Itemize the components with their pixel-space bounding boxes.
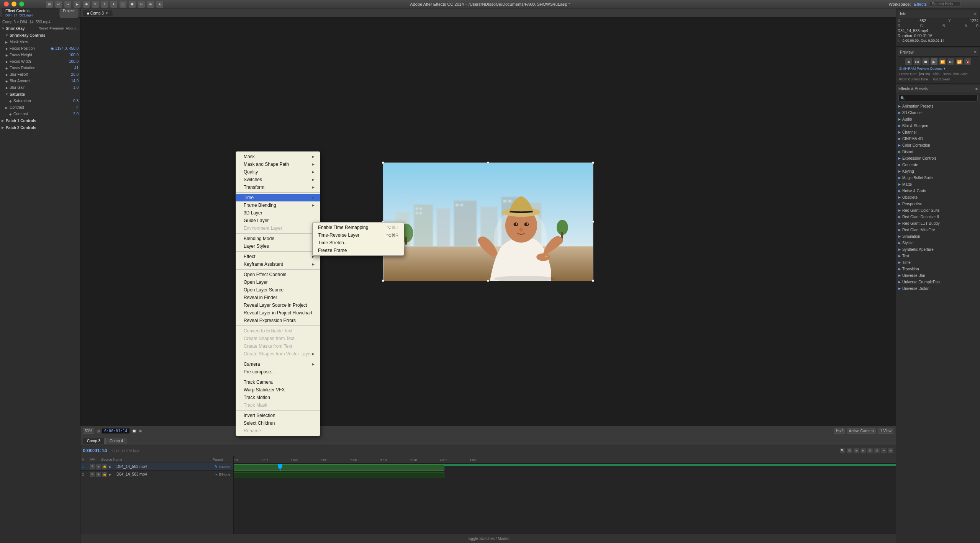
preview-loop[interactable]: 🔁 [956, 58, 963, 65]
ctx-item-track-camera[interactable]: Track Camera [236, 378, 320, 386]
ep-category-universe-blur[interactable]: ▶ Universe Blur [896, 272, 980, 279]
submenu-item-time-reverse-layer[interactable]: Time-Reverse Layer⌥⌘R [313, 231, 404, 239]
shrinkray-controls[interactable]: ▼ ShrinkRay Controls [0, 32, 80, 39]
ctx-item-reveal-expression-errors[interactable]: Reveal Expression Errors [236, 317, 320, 324]
tl-tool4[interactable]: ▶ [860, 448, 866, 453]
blur-gain-row[interactable]: ◆ Blur Gain 1.0 [0, 84, 80, 91]
blur-amount-row[interactable]: ◆ Blur Amount 14.0 [0, 78, 80, 84]
ep-category-matte[interactable]: ▶ Matte [896, 181, 980, 188]
toolbar-icon[interactable]: ✎ [92, 1, 99, 8]
tab-project[interactable]: Project [60, 8, 78, 18]
ep-category-generate[interactable]: ▶ Generate [896, 162, 980, 168]
preview-expand-icon[interactable]: ≡ [974, 50, 976, 54]
preview-play[interactable]: ▶ [931, 58, 937, 65]
ctx-item-open-layer-source[interactable]: Open Layer Source [236, 286, 320, 294]
toolbar-icon[interactable]: ⬡ [120, 1, 126, 8]
handle-t[interactable] [487, 162, 489, 164]
comp-ctrl-snap[interactable]: 🔲 [132, 429, 136, 433]
layer-mode-2[interactable]: None [222, 473, 230, 476]
ep-category-red-giant-lut-buddy[interactable]: ▶ Red Giant LUT Buddy [896, 220, 980, 227]
ep-category-3d-channel[interactable]: ▶ 3D Channel [896, 110, 980, 116]
submenu-item-freeze-frame[interactable]: Freeze Frame [313, 247, 404, 254]
saturate-group[interactable]: ▼ Saturate [0, 91, 80, 98]
layer-switch-2[interactable]: ⊞ [219, 473, 222, 476]
tl-tool8[interactable]: ◈ [888, 448, 893, 453]
toolbar-icon[interactable]: ⊞ [46, 1, 53, 8]
focus-position-row[interactable]: ◆ Focus Position ◉ 1194.0, 450.0 [0, 45, 80, 52]
premium-btn[interactable]: Premium [49, 26, 64, 30]
handle-br[interactable] [592, 280, 594, 282]
ctx-item-reveal-layer-in-project-flowchart[interactable]: Reveal Layer in Project Flowchart [236, 309, 320, 317]
tl-tool2[interactable]: ⊞ [847, 448, 852, 453]
close-button[interactable] [4, 2, 9, 7]
ep-category-distort[interactable]: ▶ Distort [896, 149, 980, 155]
toggle-switches-label[interactable]: Toggle Switches / Modes [467, 536, 510, 541]
blur-falloff-value[interactable]: 25.0 [56, 72, 79, 77]
layer-mode-1[interactable]: None [222, 465, 230, 469]
ec-plugin-header[interactable]: ▼ ShrinkRay Reset Premium About... [0, 25, 80, 32]
ep-category-simulation[interactable]: ▶ Simulation [896, 233, 980, 240]
view-mode-btn[interactable]: Active Camera [847, 428, 876, 434]
ep-category-obsolete[interactable]: ▶ Obsolete [896, 194, 980, 201]
saturation-row[interactable]: ◆ Saturation 0.8 [0, 98, 80, 104]
comp-ctrl-icon[interactable]: ⊞ [97, 429, 100, 433]
focus-height-value[interactable]: 100.0 [56, 53, 79, 57]
contrast-check[interactable]: ✓ [56, 105, 79, 110]
toolbar-icon[interactable]: ⬢ [129, 1, 136, 8]
search-area[interactable]: Search Help [930, 1, 961, 7]
ep-category-universe-distort[interactable]: ▶ Universe Distort [896, 285, 980, 292]
track-bar-2[interactable] [234, 472, 444, 478]
reset-btn[interactable]: Reset [38, 26, 48, 30]
ep-category-time[interactable]: ▶ Time [896, 259, 980, 266]
ctx-item-mask[interactable]: Mask▶ [236, 153, 320, 160]
handle-tr[interactable] [592, 162, 594, 164]
handle-tl[interactable] [382, 162, 384, 164]
ctx-item-invert-selection[interactable]: Invert Selection [236, 412, 320, 419]
ctx-item-transform[interactable]: Transform▶ [236, 183, 320, 191]
ep-category-red-giant-missfire[interactable]: ▶ Red Giant MissFire [896, 227, 980, 233]
layer-lock-1[interactable]: 🔒 [102, 464, 107, 469]
toolbar-icon[interactable]: ★ [156, 1, 163, 8]
toolbar-icon[interactable]: ▶ [74, 1, 80, 8]
ep-category-stylize[interactable]: ▶ Stylize [896, 240, 980, 246]
ctx-item-reveal-layer-source-in-project[interactable]: Reveal Layer Source in Project [236, 301, 320, 309]
ctx-item-blending-mode[interactable]: Blending Mode▶ [236, 235, 320, 242]
tl-tool6[interactable]: ⊕ [874, 448, 880, 453]
timeline-tab-comp3[interactable]: Comp 3 [83, 438, 105, 444]
comp-ctrl-grid[interactable]: ⊕ [139, 429, 142, 433]
timeline-tab-comp4[interactable]: Comp 4 [105, 438, 127, 444]
ctx-item-reveal-in-finder[interactable]: Reveal in Finder [236, 294, 320, 301]
timeline-timecode[interactable]: 0:00:01:14 [83, 448, 107, 453]
layer-eye-1[interactable]: 👁 [90, 464, 95, 469]
toolbar-icon[interactable]: ⏺ [83, 1, 90, 8]
ctx-item-open-effect-controls[interactable]: Open Effect Controls [236, 271, 320, 278]
toolbar-icon[interactable]: T [101, 1, 108, 8]
layer-solo-1[interactable]: ◈ [96, 464, 101, 469]
ctx-item-open-layer[interactable]: Open Layer [236, 278, 320, 286]
ep-category-audio[interactable]: ▶ Audio [896, 116, 980, 123]
preview-prev-frame[interactable]: ⏭ [914, 58, 921, 65]
layer-switch-1[interactable]: ⊞ [219, 465, 222, 469]
resolution-btn[interactable]: Half [834, 428, 845, 434]
ep-category-color-correction[interactable]: ▶ Color Correction [896, 142, 980, 149]
contrast-value-row[interactable]: ◆ Contrast 2.0 [0, 111, 80, 117]
ctx-item-effect[interactable]: Effect▶ [236, 253, 320, 260]
patch1-controls[interactable]: ▶ Patch 1 Controls [0, 117, 80, 124]
layer-eye-2[interactable]: 👁 [90, 472, 95, 477]
ctx-item-guide-layer[interactable]: Guide Layer [236, 217, 320, 224]
about-btn[interactable]: About... [66, 26, 79, 30]
preview-first-frame[interactable]: ⏮ [905, 58, 912, 65]
ctx-item-3d-layer[interactable]: 3D Layer [236, 209, 320, 217]
ctx-item-switches[interactable]: Switches▶ [236, 176, 320, 183]
ep-category-red-giant-denoiser-ii[interactable]: ▶ Red Giant Denoiser II [896, 214, 980, 220]
focus-rotation-value[interactable]: 41 [56, 66, 79, 70]
ctx-item-quality[interactable]: Quality▶ [236, 168, 320, 176]
contrast-val-value[interactable]: 2.0 [56, 112, 79, 116]
toolbar-icon[interactable]: ✂ [138, 1, 145, 8]
info-expand-icon[interactable]: ≡ [974, 12, 976, 16]
maximize-button[interactable] [19, 2, 24, 7]
tl-tool5[interactable]: ⊞ [867, 448, 873, 453]
blur-falloff-row[interactable]: ◆ Blur Falloff 25.0 [0, 71, 80, 78]
zoom-display[interactable]: 50% [83, 428, 94, 434]
toolbar-icon[interactable]: ↪ [64, 1, 71, 8]
